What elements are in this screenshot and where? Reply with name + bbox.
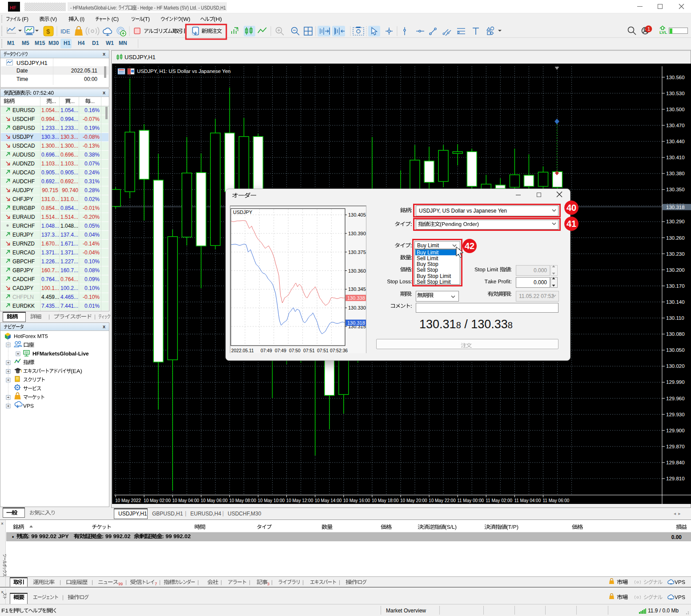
svg-text:130.360: 130.360: [348, 268, 366, 274]
svg-text:10 May 20:00: 10 May 20:00: [400, 498, 427, 503]
svg-text:130.380: 130.380: [666, 171, 685, 176]
svg-text:10 May 06:00: 10 May 06:00: [201, 498, 228, 503]
svg-text:10 May 02:00: 10 May 02:00: [144, 498, 171, 503]
svg-text:10 May 04:00: 10 May 04:00: [172, 498, 199, 503]
svg-text:130.050: 130.050: [666, 347, 685, 353]
svg-text:130.345: 130.345: [348, 286, 366, 292]
svg-text:11 May 04:00: 11 May 04:00: [514, 498, 541, 503]
svg-text:130.500: 130.500: [666, 107, 685, 112]
svg-text:129.900: 129.900: [666, 428, 685, 433]
svg-text:129.990: 129.990: [666, 379, 685, 385]
svg-text:130.560: 130.560: [666, 75, 685, 80]
svg-text:129.960: 129.960: [666, 396, 685, 401]
svg-text:11 May 06:00: 11 May 06:00: [543, 498, 570, 503]
svg-text:10 May 16:00: 10 May 16:00: [343, 498, 370, 503]
svg-text:130.230: 130.230: [666, 251, 685, 257]
svg-text:129.840: 129.840: [666, 460, 685, 465]
svg-text:130.530: 130.530: [666, 91, 685, 96]
svg-text:11 May 00:00: 11 May 00:00: [457, 498, 484, 503]
svg-text:07:51: 07:51: [303, 348, 315, 353]
svg-text:USDJPY: USDJPY: [233, 209, 253, 215]
svg-text:130.440: 130.440: [666, 139, 685, 144]
svg-text:10 May 22:00: 10 May 22:00: [429, 498, 456, 503]
svg-text:130.080: 130.080: [666, 331, 685, 337]
svg-text:11 May 02:00: 11 May 02:00: [486, 498, 512, 503]
svg-text:130.200: 130.200: [666, 267, 685, 273]
svg-text:10 May 12:00: 10 May 12:00: [286, 498, 313, 503]
svg-text:10 May 18:00: 10 May 18:00: [372, 498, 399, 503]
svg-text:130.140: 130.140: [666, 299, 685, 305]
svg-text:130.330: 130.330: [348, 305, 366, 310]
svg-text:130.020: 130.020: [666, 363, 685, 369]
svg-text:07:52:36: 07:52:36: [330, 348, 348, 353]
svg-text:130.405: 130.405: [348, 212, 366, 217]
svg-text:130.470: 130.470: [666, 123, 685, 128]
svg-text:130.350: 130.350: [666, 187, 685, 192]
svg-text:130.390: 130.390: [348, 231, 366, 236]
svg-text:07:51: 07:51: [317, 348, 329, 353]
svg-text:2022.05.11: 2022.05.11: [231, 348, 254, 353]
svg-text:07:49: 07:49: [261, 348, 272, 353]
svg-text:130.410: 130.410: [666, 155, 685, 160]
svg-text:10 May 08:00: 10 May 08:00: [229, 498, 256, 503]
svg-text:130.110: 130.110: [666, 315, 684, 321]
svg-text:130.318: 130.318: [347, 320, 365, 326]
svg-text:129.810: 129.810: [666, 476, 685, 481]
svg-text:130.170: 130.170: [666, 283, 685, 289]
svg-text:07:49: 07:49: [275, 348, 286, 353]
svg-text:10 May 2022: 10 May 2022: [115, 498, 141, 503]
svg-text:130.260: 130.260: [666, 235, 685, 241]
svg-text:130.318: 130.318: [666, 205, 685, 210]
svg-text:130.338: 130.338: [347, 295, 365, 301]
svg-text:130.375: 130.375: [348, 250, 366, 255]
svg-text:129.930: 129.930: [666, 412, 685, 417]
svg-text:07:50: 07:50: [289, 348, 301, 353]
svg-text:10 May 14:00: 10 May 14:00: [315, 498, 342, 503]
svg-text:130.290: 130.290: [666, 219, 685, 224]
svg-text:USDJPY, H1: US Dollar vs Japa: USDJPY, H1: US Dollar vs Japanese Yen: [137, 68, 231, 74]
svg-text:10 May 10:00: 10 May 10:00: [258, 498, 285, 503]
svg-text:129.870: 129.870: [666, 444, 685, 449]
